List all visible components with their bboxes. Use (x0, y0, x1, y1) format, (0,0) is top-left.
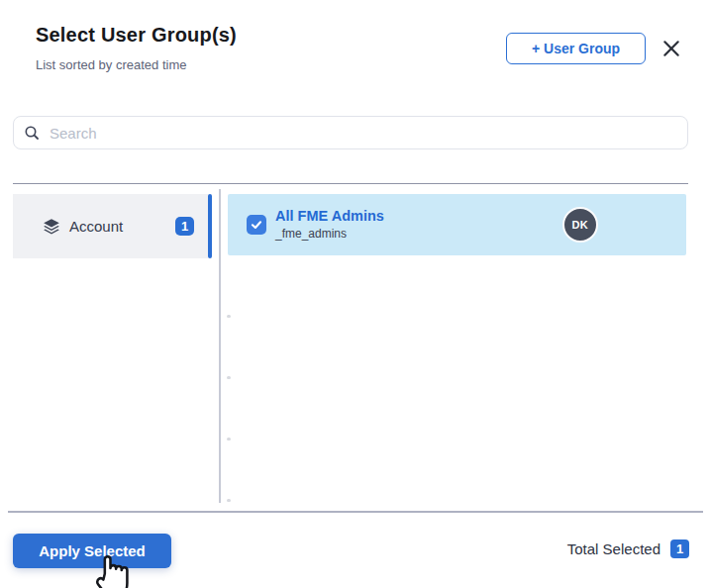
list-item-group[interactable]: All FME Admins _fme_admins DK (228, 194, 686, 255)
active-tab-indicator (208, 194, 212, 258)
select-user-group-dialog: { "header": { "title": "Select User Grou… (0, 0, 711, 588)
search-bar (13, 116, 688, 149)
panel-divider (219, 189, 221, 503)
layers-icon (42, 217, 61, 237)
total-selected-label: Total Selected (567, 540, 660, 557)
sidebar-item-label: Account (69, 218, 123, 235)
close-button[interactable] (661, 39, 681, 58)
list-separator-dot (227, 499, 231, 502)
search-input[interactable] (48, 124, 677, 143)
list-separator-dot (227, 315, 231, 318)
avatar: DK (562, 207, 598, 243)
apply-selected-button[interactable]: Apply Selected (13, 534, 171, 568)
group-text: All FME Admins _fme_admins (275, 208, 384, 241)
sort-hint-text: List sorted by created time (36, 57, 186, 72)
header-divider (13, 183, 688, 184)
total-selected-badge: 1 (670, 539, 689, 558)
add-user-group-button[interactable]: + User Group (506, 33, 646, 64)
close-icon (661, 47, 681, 61)
group-id: _fme_admins (275, 228, 384, 242)
sidebar-count-badge: 1 (175, 217, 194, 236)
page-title: Select User Group(s) (36, 24, 237, 47)
group-checkbox[interactable] (247, 215, 266, 235)
list-separator-dot (227, 376, 231, 379)
search-icon (24, 125, 40, 141)
checkmark-icon (250, 218, 263, 232)
list-separator-dot (227, 438, 231, 441)
footer-divider (8, 511, 703, 513)
sidebar-item-account[interactable]: Account 1 (13, 194, 208, 258)
total-selected: Total Selected 1 (567, 539, 689, 558)
group-name: All FME Admins (275, 208, 384, 225)
